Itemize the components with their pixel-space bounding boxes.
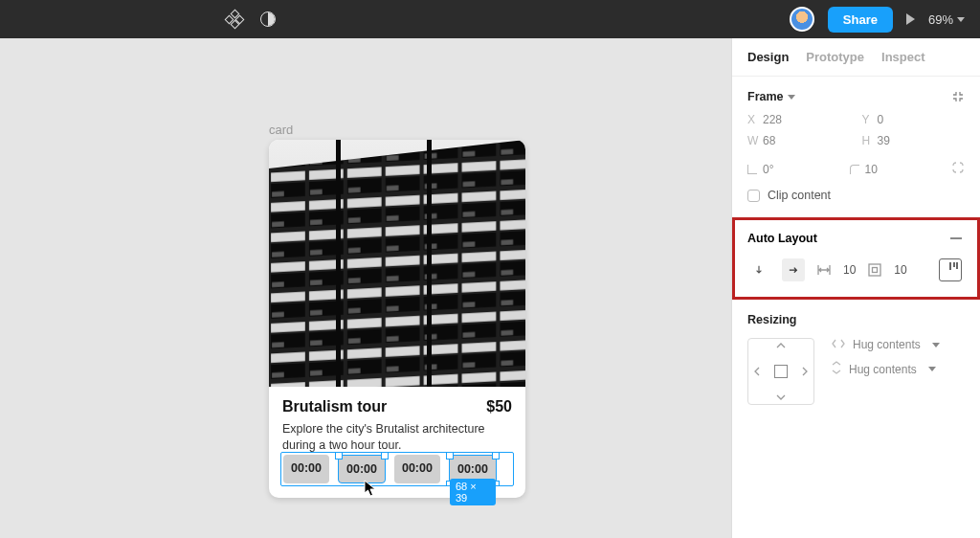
padding-icon <box>867 262 882 278</box>
components-icon[interactable] <box>226 11 243 28</box>
topbar: Share 69% <box>0 0 980 38</box>
svg-rect-6 <box>336 140 341 387</box>
direction-horizontal-button[interactable] <box>782 258 805 281</box>
tab-design[interactable]: Design <box>747 50 789 64</box>
svg-rect-9 <box>873 268 878 273</box>
zoom-dropdown[interactable]: 69% <box>928 12 965 27</box>
chevron-down-icon <box>932 343 940 347</box>
y-field[interactable]: Y0 <box>862 113 966 126</box>
corner-radius-field[interactable]: 10 <box>850 163 941 176</box>
tab-inspect[interactable]: Inspect <box>881 50 925 64</box>
properties-panel: Design Prototype Inspect Frame X228 Y0 W… <box>731 38 980 538</box>
auto-layout-section: Auto Layout 10 10 <box>732 217 980 300</box>
time-chip[interactable]: 00:00 <box>338 455 386 483</box>
svg-rect-8 <box>869 264 880 276</box>
present-icon[interactable] <box>906 13 915 25</box>
time-chip[interactable]: 00:00 68 × 39 <box>449 455 497 483</box>
w-field[interactable]: W68 <box>747 134 851 147</box>
card-price: $50 <box>486 398 512 415</box>
card-title: Brutalism tour <box>282 398 387 415</box>
tab-prototype[interactable]: Prototype <box>806 50 864 64</box>
clip-content-toggle[interactable]: Clip content <box>747 189 965 202</box>
padding-field[interactable]: 10 <box>894 263 906 277</box>
mask-icon[interactable] <box>260 11 276 27</box>
layer-label[interactable]: card <box>269 123 293 137</box>
spacing-between-icon <box>816 263 832 277</box>
time-chip[interactable]: 00:00 <box>283 455 329 483</box>
vertical-resizing-dropdown[interactable]: Hug contents <box>832 361 940 377</box>
x-field[interactable]: X228 <box>747 113 851 126</box>
corner-radius-icon <box>850 165 859 174</box>
remove-autolayout-icon[interactable] <box>950 237 962 239</box>
chevron-down-icon <box>928 367 936 371</box>
canvas[interactable]: card Brutalism t <box>0 38 731 538</box>
resizing-label: Resizing <box>747 313 965 326</box>
panel-tabs: Design Prototype Inspect <box>732 38 980 77</box>
avatar[interactable] <box>790 7 814 32</box>
checkbox-icon <box>747 190 760 202</box>
h-field[interactable]: H39 <box>862 134 966 147</box>
card-image <box>269 140 525 387</box>
resize-to-fit-icon[interactable] <box>951 90 965 103</box>
card-frame[interactable]: Brutalism tour $50 Explore the city's Br… <box>269 140 525 498</box>
constraint-widget[interactable] <box>747 338 814 405</box>
vertical-hug-icon <box>832 361 841 377</box>
chevron-down-icon <box>788 95 795 100</box>
independent-corners-icon[interactable] <box>951 161 965 177</box>
alignment-button[interactable] <box>939 258 962 281</box>
angle-icon <box>747 165 757 174</box>
auto-layout-label: Auto Layout <box>747 232 817 245</box>
frame-section-label[interactable]: Frame <box>747 90 795 103</box>
chevron-down-icon <box>957 17 965 22</box>
direction-vertical-button[interactable] <box>747 258 770 281</box>
horizontal-resizing-dropdown[interactable]: Hug contents <box>832 338 940 351</box>
selection-dimensions: 68 × 39 <box>450 479 496 505</box>
share-button[interactable]: Share <box>828 7 893 33</box>
zoom-value: 69% <box>928 12 953 27</box>
svg-rect-7 <box>427 140 432 387</box>
frame-properties: X228 Y0 W68 H39 <box>747 113 965 147</box>
card-description: Explore the city's Brutalist architectur… <box>282 421 512 454</box>
chips-row[interactable]: 00:00 00:00 00:00 00:00 68 × 39 <box>280 452 514 486</box>
rotation-field[interactable]: 0° <box>747 163 838 176</box>
time-chip[interactable]: 00:00 <box>394 455 440 483</box>
spacing-field[interactable]: 10 <box>843 263 856 277</box>
card-body: Brutalism tour $50 Explore the city's Br… <box>269 387 525 498</box>
svg-marker-5 <box>269 140 525 387</box>
horizontal-hug-icon <box>832 338 845 351</box>
